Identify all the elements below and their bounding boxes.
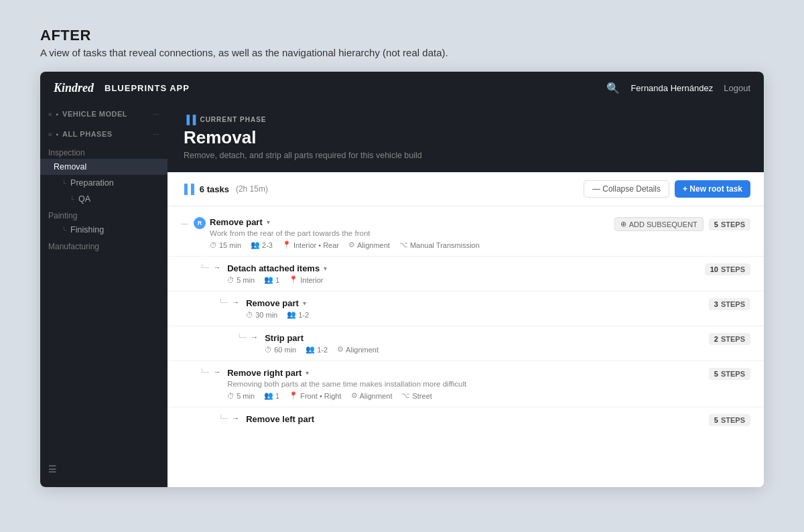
collapse-details-button[interactable]: — Collapse Details (584, 180, 669, 198)
task-right-6: 5 STEPS (709, 414, 750, 426)
location-icon-5: 📍 (289, 391, 298, 400)
task-row-6: └─ → Remove left part (218, 414, 750, 426)
edit-icon[interactable]: ✏ (740, 104, 748, 105)
meta-location-5: 📍Front • Right (289, 391, 341, 400)
task-item-3: └─ → Remove part ▾ ⏱30 min (205, 293, 764, 324)
task-title-4[interactable]: Strip part (265, 333, 304, 343)
task-icon-1: R (194, 217, 206, 229)
meta-street-5: ⌥Street (401, 391, 431, 400)
steps-label-2: STEPS (721, 265, 745, 273)
option-icon: ⌥ (399, 241, 408, 249)
task-title-6[interactable]: Remove left part (246, 414, 314, 424)
task-title-row-6: Remove left part (246, 414, 705, 424)
logout-button[interactable]: Logout (724, 83, 750, 93)
current-phase-text: CURRENT PHASE (200, 116, 266, 123)
task-row-3: └─ → Remove part ▾ ⏱30 min (218, 298, 750, 319)
task-row-4: └─ → Strip part ⏱60 min 👥1-2 (237, 333, 750, 354)
tasks-toolbar-right: — Collapse Details + New root task (584, 180, 750, 198)
steps-count-5: 5 (714, 370, 718, 378)
phases-icon: ▪ (56, 131, 59, 138)
task-title-1[interactable]: Remove part (210, 217, 263, 227)
tree-branch-3: └─ (218, 299, 228, 306)
sidebar-vehicle-model[interactable]: « ▪ VEHICLE MODEL ··· (40, 104, 168, 124)
dropdown-icon-1[interactable]: ▾ (267, 218, 270, 226)
add-subsequent-icon: ⊕ (620, 220, 626, 228)
sidebar-item-qa[interactable]: └ QA (40, 191, 168, 207)
task-title-row-4: Strip part (265, 333, 705, 343)
task-item-5: └─ → Remove right part ▾ Removing both p… (186, 362, 764, 405)
more-icon-2[interactable]: ··· (153, 129, 159, 139)
meta-people-3: 👥1-2 (287, 310, 309, 319)
people-icon-2: 👥 (264, 275, 273, 284)
steps-count-6: 5 (714, 416, 718, 424)
dropdown-icon-2[interactable]: ▾ (324, 265, 327, 272)
page-wrapper: AFTER A view of tasks that reveal connec… (40, 27, 764, 487)
task-desc-5: Removing both parts at the same time mak… (227, 380, 705, 388)
add-subsequent-button[interactable]: ⊕ ADD SUBSEQUENT (614, 217, 704, 231)
sidebar-group-inspection: Inspection (40, 144, 168, 159)
arrow-icon-4: → (251, 333, 258, 341)
tree-branch-6: └─ (218, 415, 228, 422)
task-connector-5: └─ → (200, 368, 223, 376)
top-nav: Kindred BLUEPRINTS APP 🔍 Fernanda Hernán… (40, 72, 764, 104)
user-name: Fernanda Hernández (630, 83, 713, 93)
more-icon[interactable]: ··· (153, 109, 159, 119)
sidebar-all-phases[interactable]: « ▪ ALL PHASES ··· (40, 124, 168, 144)
phase-icon: ▐▐ (184, 115, 196, 125)
divider-4 (168, 360, 764, 361)
qa-label: QA (78, 194, 90, 204)
dropdown-icon-3[interactable]: ▾ (303, 300, 306, 307)
sidebar-group-painting: Painting (40, 207, 168, 222)
steps-count-3: 3 (714, 300, 718, 308)
task-meta-2: ⏱5 min 👥1 📍Interior (227, 275, 701, 284)
divider-5 (168, 407, 764, 407)
tree-branch-2: └─ (200, 264, 209, 271)
people-icon-3: 👥 (287, 310, 296, 319)
task-connector-3: └─ → (218, 298, 242, 306)
sidebar-group-manufacturing: Manufacturing (40, 238, 168, 253)
meta-alignment-4: ⚙Alignment (337, 345, 379, 354)
add-subsequent-label: ADD SUBSEQUENT (629, 220, 697, 228)
task-connector-2: └─ → (200, 263, 223, 271)
task-meta-5: ⏱5 min 👥1 📍Front • Right ⚙Alignment ⌥Str… (227, 391, 705, 400)
settings-icon-4: ⚙ (337, 345, 344, 354)
sidebar-item-finishing[interactable]: └ Finishing (40, 222, 168, 238)
clock-icon-5: ⏱ (227, 392, 234, 400)
task-title-2[interactable]: Detach attached items (227, 263, 320, 273)
settings-icon-5: ⚙ (351, 391, 358, 400)
vehicle-model-label: VEHICLE MODEL (62, 110, 149, 118)
new-root-task-button[interactable]: + New root task (675, 180, 750, 198)
task-content-2: Detach attached items ▾ ⏱5 min 👥1 📍Inter… (227, 263, 701, 284)
task-connector-1: — R (181, 217, 206, 229)
meta-time-4: ⏱60 min (265, 346, 296, 354)
task-title-3[interactable]: Remove part (246, 298, 299, 308)
task-title-5[interactable]: Remove right part (227, 368, 302, 378)
tasks-count-icon: ▐▐ (181, 184, 194, 194)
divider-3 (168, 326, 764, 326)
tasks-count-label: 6 tasks (200, 184, 229, 194)
steps-badge-3: 3 STEPS (709, 298, 750, 310)
tasks-panel: ▐▐ 6 tasks (2h 15m) — Collapse Details +… (168, 172, 764, 487)
steps-badge-6: 5 STEPS (709, 414, 750, 426)
meta-alignment-1: ⚙Alignment (348, 241, 390, 249)
search-icon[interactable]: 🔍 (606, 82, 620, 94)
dropdown-icon-5[interactable]: ▾ (306, 369, 309, 377)
divider-2 (168, 291, 764, 291)
phase-title: Removal (184, 127, 748, 148)
tree-branch-5: └─ (200, 369, 209, 376)
sidebar-item-preparation[interactable]: └ Preparation (40, 175, 168, 191)
hamburger-icon[interactable]: ☰ (48, 464, 57, 474)
chevron-left-icon: « (48, 111, 52, 118)
chevron-left-icon-2: « (48, 131, 52, 138)
steps-label-3: STEPS (721, 300, 745, 308)
tree-line-3: └ (62, 226, 66, 234)
sidebar-item-removal[interactable]: Removal (40, 159, 168, 175)
location-icon-2: 📍 (289, 275, 298, 284)
removal-label: Removal (54, 162, 86, 172)
steps-count-1: 5 (714, 220, 718, 228)
task-row-1: — R Remove part ▾ Work from the rear of … (181, 217, 750, 249)
preparation-label: Preparation (70, 178, 114, 188)
task-title-row-3: Remove part ▾ (246, 298, 705, 308)
task-title-row-2: Detach attached items ▾ (227, 263, 701, 273)
app-name: BLUEPRINTS APP (105, 83, 190, 93)
